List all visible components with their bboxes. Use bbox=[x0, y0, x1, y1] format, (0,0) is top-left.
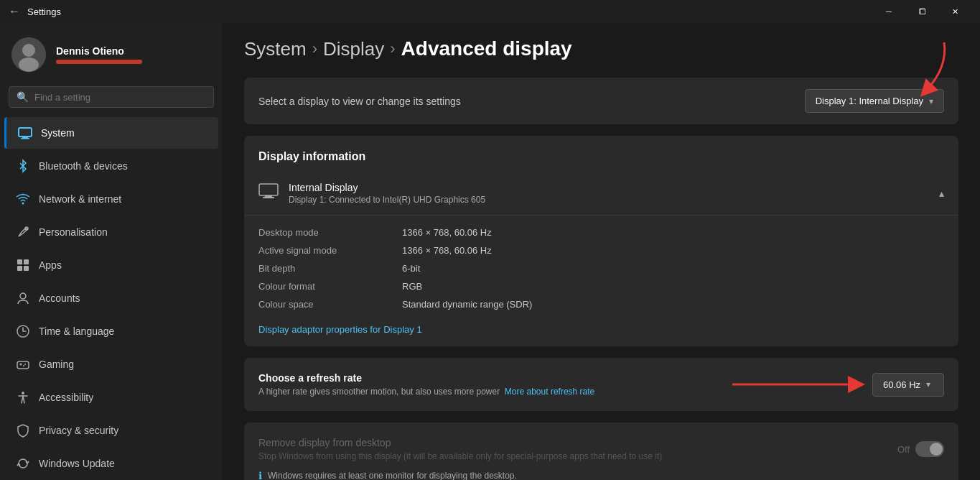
sidebar-item-accessibility[interactable]: Accessibility bbox=[4, 382, 218, 413]
breadcrumb-display[interactable]: Display bbox=[323, 38, 384, 60]
svg-point-6 bbox=[22, 203, 24, 205]
svg-rect-11 bbox=[24, 266, 29, 271]
close-button[interactable]: ✕ bbox=[938, 0, 971, 23]
search-box[interactable]: 🔍 bbox=[9, 86, 214, 108]
sidebar-item-label: Accounts bbox=[39, 292, 80, 304]
svg-rect-20 bbox=[263, 197, 274, 198]
info-text: Windows requires at least one monitor fo… bbox=[268, 471, 517, 480]
svg-rect-18 bbox=[259, 184, 278, 195]
title-bar: ← Settings ─ ⧠ ✕ bbox=[0, 0, 980, 23]
sidebar-item-time[interactable]: Time & language bbox=[4, 315, 218, 347]
main-container: Dennis Otieno 🔍 System Bluetooth & devic… bbox=[0, 23, 980, 480]
app-title: Settings bbox=[27, 6, 61, 17]
display-select-card: Select a display to view or change its s… bbox=[244, 78, 958, 124]
detail-row-colour-format: Colour format RGB bbox=[258, 281, 944, 292]
detail-label: Active signal mode bbox=[258, 245, 373, 256]
remove-display-sub: Stop Windows from using this display (it… bbox=[258, 451, 662, 461]
sidebar-item-gaming[interactable]: Gaming bbox=[4, 349, 218, 380]
title-bar-left: ← Settings bbox=[9, 5, 61, 18]
system-icon bbox=[18, 126, 32, 140]
svg-point-2 bbox=[19, 57, 39, 72]
sidebar-item-label: Personalisation bbox=[39, 226, 108, 238]
info-icon: ℹ bbox=[258, 470, 262, 480]
sidebar-item-bluetooth[interactable]: Bluetooth & devices bbox=[4, 150, 218, 182]
svg-rect-5 bbox=[21, 138, 29, 139]
breadcrumb-system[interactable]: System bbox=[244, 38, 307, 60]
svg-rect-9 bbox=[24, 259, 29, 264]
sidebar-item-system[interactable]: System bbox=[4, 117, 218, 149]
svg-point-17 bbox=[22, 392, 24, 394]
info-row: ℹ Windows requires at least one monitor … bbox=[258, 470, 944, 480]
refresh-rate-value: 60.06 Hz bbox=[883, 379, 920, 390]
svg-point-16 bbox=[23, 365, 24, 366]
remove-display-text: Remove display from desktop Stop Windows… bbox=[258, 437, 662, 461]
display-info-title: Display information bbox=[244, 136, 958, 172]
sidebar-item-label: Time & language bbox=[39, 326, 114, 337]
minimize-button[interactable]: ─ bbox=[872, 0, 905, 23]
refresh-right: 60.06 Hz ▾ bbox=[872, 373, 944, 397]
sidebar-item-label: Bluetooth & devices bbox=[39, 160, 128, 172]
detail-row-bit-depth: Bit depth 6-bit bbox=[258, 263, 944, 274]
chevron-down-icon: ▾ bbox=[929, 96, 933, 106]
svg-rect-19 bbox=[265, 195, 272, 197]
svg-point-15 bbox=[24, 364, 26, 365]
search-icon: 🔍 bbox=[17, 91, 29, 103]
detail-label: Colour format bbox=[258, 281, 373, 292]
user-info: Dennis Otieno bbox=[56, 45, 142, 64]
back-icon[interactable]: ← bbox=[9, 5, 20, 18]
remove-display-title: Remove display from desktop bbox=[258, 437, 662, 448]
update-icon bbox=[16, 456, 30, 471]
user-name: Dennis Otieno bbox=[56, 45, 142, 57]
display-select-row: Select a display to view or change its s… bbox=[244, 78, 958, 124]
svg-rect-10 bbox=[17, 266, 22, 271]
sidebar-item-personalisation[interactable]: Personalisation bbox=[4, 216, 218, 248]
detail-value: 1366 × 768, 60.06 Hz bbox=[402, 245, 492, 256]
detail-label: Colour space bbox=[258, 299, 373, 310]
detail-label: Desktop mode bbox=[258, 227, 373, 238]
sidebar-item-network[interactable]: Network & internet bbox=[4, 183, 218, 215]
accounts-icon bbox=[16, 291, 30, 305]
sidebar-item-update[interactable]: Windows Update bbox=[4, 448, 218, 479]
gaming-icon bbox=[16, 357, 30, 371]
toggle-container: Off bbox=[897, 441, 944, 457]
remove-display-toggle[interactable] bbox=[915, 441, 944, 457]
search-input[interactable] bbox=[34, 92, 206, 103]
remove-display-section: Remove display from desktop Stop Windows… bbox=[244, 423, 958, 480]
sidebar-item-label: Apps bbox=[39, 259, 62, 271]
sidebar-item-apps[interactable]: Apps bbox=[4, 249, 218, 281]
adapter-link[interactable]: Display adaptor properties for Display 1 bbox=[258, 324, 422, 335]
svg-point-1 bbox=[22, 44, 35, 57]
refresh-sub-text: A higher rate gives smoother motion, but… bbox=[258, 387, 500, 397]
breadcrumb-advanced-display: Advanced display bbox=[401, 37, 572, 60]
refresh-rate-dropdown[interactable]: 60.06 Hz ▾ bbox=[872, 373, 944, 397]
display-info-card: Display information Internal Display Dis… bbox=[244, 136, 958, 346]
detail-value: 1366 × 768, 60.06 Hz bbox=[402, 227, 492, 238]
sidebar-item-label: Gaming bbox=[39, 359, 74, 370]
maximize-button[interactable]: ⧠ bbox=[905, 0, 938, 23]
apps-icon bbox=[16, 258, 30, 272]
display-name-block: Internal Display Display 1: Connected to… bbox=[289, 182, 485, 205]
sidebar-item-privacy[interactable]: Privacy & security bbox=[4, 415, 218, 446]
refresh-rate-link[interactable]: More about refresh rate bbox=[505, 387, 594, 397]
display-dropdown-wrapper: Display 1: Internal Display ▾ bbox=[805, 89, 944, 113]
display-details: Desktop mode 1366 × 768, 60.06 Hz Active… bbox=[244, 216, 958, 346]
breadcrumb-sep2: › bbox=[390, 40, 395, 58]
toggle-label: Off bbox=[897, 444, 910, 455]
svg-rect-8 bbox=[17, 259, 22, 264]
detail-value: Standard dynamic range (SDR) bbox=[402, 299, 532, 310]
sidebar-item-label: System bbox=[41, 127, 75, 139]
display-info-header: Internal Display Display 1: Connected to… bbox=[244, 172, 958, 216]
detail-row-colour-space: Colour space Standard dynamic range (SDR… bbox=[258, 299, 944, 310]
user-status-bar bbox=[56, 60, 142, 64]
sidebar-item-label: Network & internet bbox=[39, 193, 121, 205]
detail-value: 6-bit bbox=[402, 263, 420, 274]
chevron-up-icon[interactable]: ▴ bbox=[939, 188, 944, 199]
display-name: Internal Display bbox=[289, 182, 485, 193]
sidebar-item-label: Accessibility bbox=[39, 392, 93, 403]
red-arrow-dropdown bbox=[901, 39, 951, 96]
sidebar-item-accounts[interactable]: Accounts bbox=[4, 282, 218, 314]
display-info-left: Internal Display Display 1: Connected to… bbox=[258, 182, 485, 205]
avatar bbox=[11, 37, 46, 72]
accessibility-icon bbox=[16, 390, 30, 405]
network-icon bbox=[16, 192, 30, 206]
